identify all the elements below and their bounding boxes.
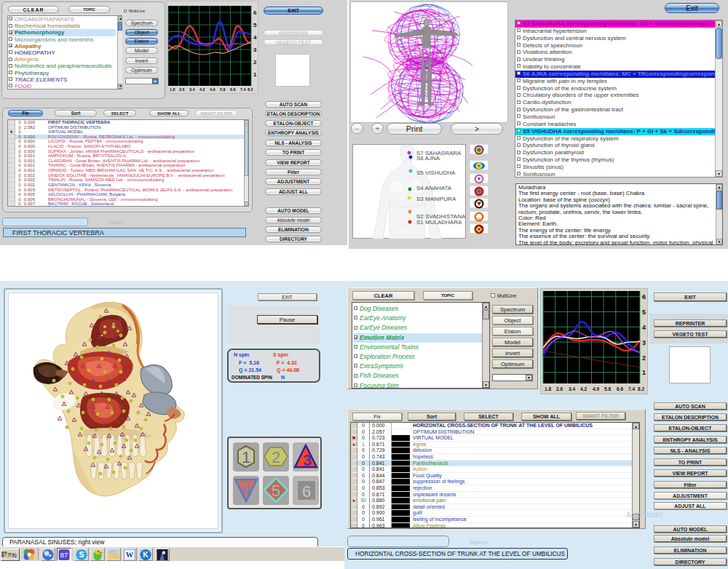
svg-text:5: 5	[253, 22, 257, 28]
svg-text:6: 6	[642, 293, 646, 301]
svg-text:6: 6	[253, 9, 257, 16]
svg-text:1: 1	[642, 369, 646, 376]
svg-text:3: 3	[253, 47, 257, 53]
svg-text:1: 1	[242, 448, 250, 466]
svg-text:S4 ANAHATA: S4 ANAHATA	[416, 185, 452, 191]
svg-text:4: 4	[253, 34, 257, 41]
svg-text:4.9: 4.9	[593, 386, 599, 391]
svg-text:S3 MANIPURA: S3 MANIPURA	[416, 196, 456, 202]
svg-text:7.4: 7.4	[628, 386, 635, 391]
svg-text:8.2: 8.2	[248, 87, 253, 92]
svg-text:4.9: 4.9	[210, 87, 215, 92]
svg-text:2: 2	[642, 354, 646, 362]
svg-text:5: 5	[272, 482, 280, 500]
svg-text:S6 AJNA: S6 AJNA	[416, 155, 440, 162]
svg-text:3: 3	[642, 339, 646, 346]
svg-text:4.2: 4.2	[580, 386, 587, 391]
svg-text:S5 VISHUDHA: S5 VISHUDHA	[416, 170, 456, 176]
svg-text:4: 4	[242, 480, 250, 498]
svg-text:3.4: 3.4	[189, 87, 196, 92]
svg-text:2: 2	[253, 59, 257, 65]
svg-text:5: 5	[642, 309, 646, 316]
svg-text:2: 2	[272, 448, 280, 466]
svg-text:1.8: 1.8	[545, 386, 551, 391]
svg-text:8.2: 8.2	[638, 386, 644, 391]
svg-text:1: 1	[253, 71, 257, 78]
svg-text:6: 6	[302, 482, 311, 501]
svg-text:2.6: 2.6	[556, 386, 563, 391]
svg-text:W: W	[126, 551, 134, 559]
svg-text:2.6: 2.6	[179, 87, 185, 92]
svg-text:S1 MULADHARA: S1 MULADHARA	[416, 219, 462, 226]
svg-text:87: 87	[60, 551, 68, 559]
svg-text:5.8: 5.8	[604, 386, 611, 391]
svg-text:S: S	[79, 551, 84, 559]
svg-text:K: K	[143, 551, 149, 559]
svg-text:6.6: 6.6	[617, 386, 623, 391]
svg-text:7.4: 7.4	[240, 87, 247, 92]
svg-text:3.4: 3.4	[569, 386, 575, 391]
svg-text:6.6: 6.6	[230, 87, 236, 92]
svg-text:4: 4	[642, 324, 646, 331]
svg-text:5.8: 5.8	[220, 87, 226, 92]
svg-text:1.8: 1.8	[170, 87, 175, 92]
svg-text:4.2: 4.2	[199, 87, 205, 92]
svg-text:3: 3	[303, 451, 312, 469]
